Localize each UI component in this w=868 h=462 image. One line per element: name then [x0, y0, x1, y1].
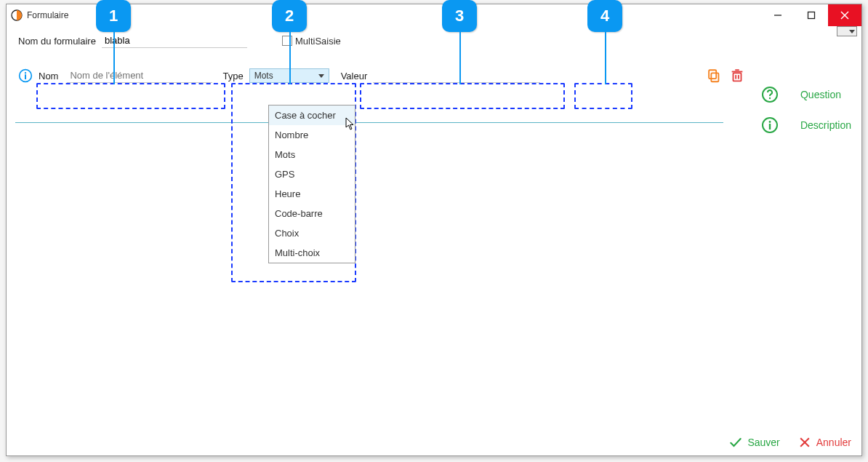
svg-rect-2 [808, 12, 815, 19]
description-label: Description [800, 119, 851, 131]
type-selected-value: Mots [254, 71, 273, 81]
chevron-down-icon [318, 74, 324, 78]
cancel-button[interactable]: Annuler [797, 435, 851, 450]
save-label: Sauver [747, 437, 779, 448]
window-controls [761, 4, 861, 26]
type-option[interactable]: Heure [269, 184, 355, 204]
type-option[interactable]: Choix [269, 223, 355, 243]
callout-3: 3 [442, 0, 477, 32]
element-row: Nom Type Mots Valeur [7, 61, 861, 90]
help-icon [761, 86, 779, 103]
svg-point-18 [769, 121, 771, 123]
info-icon[interactable] [18, 68, 33, 83]
form-name-label: Nom du formulaire [18, 36, 96, 47]
svg-rect-8 [711, 73, 718, 81]
callout-1: 1 [96, 0, 131, 32]
form-name-input[interactable] [102, 33, 247, 48]
multisaisie-label: MultiSaisie [295, 36, 341, 47]
app-window: Formulaire Nom du formulaire MultiSaisie… [6, 4, 862, 456]
close-button[interactable] [828, 4, 861, 26]
callout-2: 2 [272, 0, 307, 32]
type-option[interactable]: Mots [269, 145, 355, 164]
row-divider [15, 122, 723, 123]
save-button[interactable]: Sauver [728, 435, 779, 450]
side-actions: Question Description [761, 86, 851, 134]
type-option[interactable]: Multi-choix [269, 243, 355, 263]
svg-rect-7 [25, 74, 26, 79]
aux-menu-button[interactable] [837, 26, 857, 36]
row-actions [706, 68, 745, 84]
multisaisie-wrapper[interactable]: MultiSaisie [282, 36, 341, 47]
question-action[interactable]: Question [761, 86, 851, 103]
footer: Sauver Annuler [728, 435, 851, 450]
valeur-label: Valeur [341, 71, 368, 81]
svg-rect-9 [709, 70, 716, 79]
app-icon [11, 9, 23, 21]
titlebar: Formulaire [7, 4, 861, 26]
svg-rect-10 [734, 73, 742, 81]
nom-label: Nom [39, 71, 58, 81]
callout-4: 4 [587, 0, 622, 32]
maximize-button[interactable] [795, 4, 828, 26]
svg-point-6 [25, 72, 26, 73]
valeur-input[interactable] [373, 68, 540, 83]
svg-rect-19 [769, 124, 771, 130]
delete-icon[interactable] [729, 68, 745, 84]
copy-icon[interactable] [706, 68, 722, 84]
minimize-button[interactable] [761, 4, 795, 26]
info-icon [761, 116, 779, 134]
type-option[interactable]: Code-barre [269, 204, 355, 223]
cancel-label: Annuler [816, 437, 851, 448]
window-title: Formulaire [27, 10, 761, 20]
cursor-icon [345, 117, 355, 130]
description-action[interactable]: Description [761, 116, 851, 134]
question-label: Question [800, 89, 841, 100]
element-name-input[interactable] [67, 68, 212, 83]
type-option[interactable]: GPS [269, 164, 355, 184]
svg-point-16 [769, 97, 771, 99]
type-option[interactable]: Case à cocher [269, 105, 355, 125]
type-option[interactable]: Nombre [269, 125, 355, 145]
type-dropdown[interactable]: Case à cocher Nombre Mots GPS Heure Code… [268, 105, 355, 263]
chevron-down-icon [849, 30, 855, 33]
type-label: Type [222, 71, 243, 81]
form-header: Nom du formulaire MultiSaisie [7, 31, 861, 51]
